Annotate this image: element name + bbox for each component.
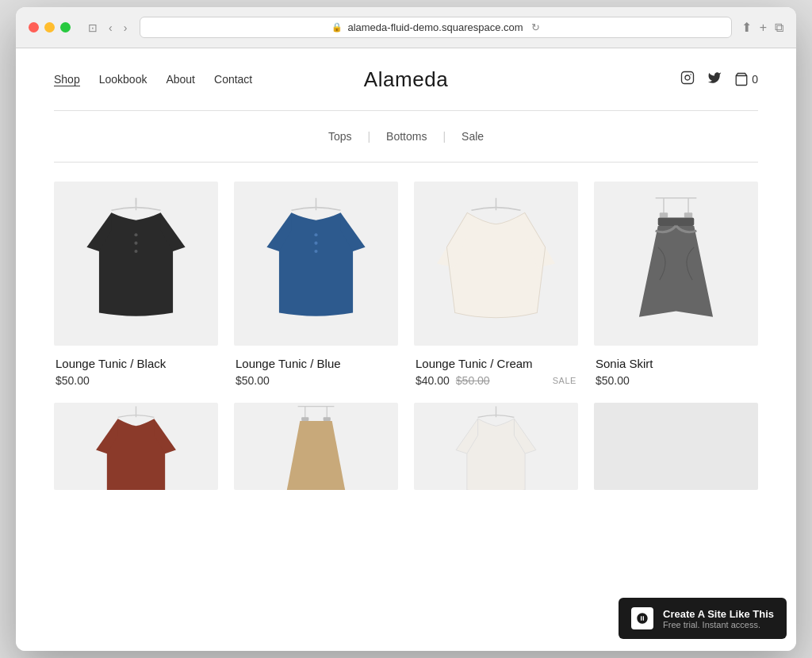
- svg-point-8: [134, 250, 137, 253]
- product-image-cream: [414, 182, 578, 346]
- product-image-tan: [234, 403, 398, 490]
- product-card-black[interactable]: Lounge Tunic / Black $50.00: [54, 182, 218, 387]
- svg-point-7: [134, 242, 137, 245]
- cart-button[interactable]: 0: [734, 72, 758, 86]
- product-price-row-black: $50.00: [56, 374, 216, 387]
- product-info-cream: Lounge Tunic / Cream $40.00 $50.00 SALE: [414, 357, 578, 387]
- product-image-blue: [234, 182, 398, 346]
- nav-shop[interactable]: Shop: [54, 73, 80, 86]
- product-price-row-blue: $50.00: [236, 374, 396, 387]
- product-image-rust: [54, 403, 218, 490]
- site-header: Shop Lookbook About Contact Alameda: [16, 48, 796, 110]
- svg-rect-17: [660, 212, 668, 217]
- product-price-black: $50.00: [56, 374, 90, 387]
- products-bottom-row: [54, 403, 758, 501]
- browser-chrome: ⊡ ‹ › 🔒 alameda-fluid-demo.squarespace.c…: [16, 7, 796, 48]
- nav-lookbook[interactable]: Lookbook: [99, 73, 147, 86]
- url-text: alameda-fluid-demo.squarespace.com: [347, 21, 523, 33]
- address-bar[interactable]: 🔒 alameda-fluid-demo.squarespace.com ↻: [140, 17, 731, 38]
- product-card-tan[interactable]: [234, 403, 398, 501]
- product-card-blue[interactable]: Lounge Tunic / Blue $50.00: [234, 182, 398, 387]
- squarespace-logo: [631, 607, 653, 629]
- maximize-button[interactable]: [60, 22, 71, 33]
- svg-rect-25: [324, 417, 331, 421]
- category-tops[interactable]: Tops: [312, 130, 368, 143]
- product-name-blue: Lounge Tunic / Blue: [236, 357, 396, 370]
- product-card-rust[interactable]: [54, 403, 218, 501]
- svg-rect-24: [301, 417, 308, 421]
- product-image-white: [414, 403, 578, 490]
- product-price-row-skirt: $50.00: [596, 374, 756, 387]
- browser-controls: ⊡ ‹ ›: [85, 20, 130, 36]
- browser-body: Shop Lookbook About Contact Alameda: [16, 48, 796, 651]
- products-section: Lounge Tunic / Black $50.00: [16, 163, 796, 501]
- back-button[interactable]: ‹: [105, 20, 116, 36]
- svg-point-10: [314, 233, 317, 236]
- product-info-blue: Lounge Tunic / Blue $50.00: [234, 357, 398, 387]
- product-info-black: Lounge Tunic / Black $50.00: [54, 357, 218, 387]
- squarespace-banner-text: Create A Site Like This Free trial. Inst…: [663, 608, 774, 629]
- product-name-black: Lounge Tunic / Black: [56, 357, 216, 370]
- reload-icon[interactable]: ↻: [531, 21, 540, 33]
- product-price-blue: $50.00: [236, 374, 270, 387]
- product-image-gray-bottom: [594, 403, 758, 490]
- squarespace-banner[interactable]: Create A Site Like This Free trial. Inst…: [619, 598, 787, 639]
- product-price-cream: $40.00: [416, 374, 450, 387]
- lock-icon: 🔒: [331, 22, 343, 33]
- svg-point-1: [685, 75, 690, 80]
- close-button[interactable]: [29, 22, 39, 33]
- category-filter: Tops | Bottoms | Sale: [16, 111, 796, 162]
- new-tab-icon[interactable]: +: [760, 21, 767, 35]
- site-title: Alameda: [364, 67, 448, 92]
- products-grid: Lounge Tunic / Black $50.00: [54, 182, 758, 387]
- product-card-gray-bottom[interactable]: [594, 403, 758, 501]
- traffic-lights: [29, 22, 71, 33]
- svg-point-12: [314, 250, 317, 253]
- product-price-row-cream: $40.00 $50.00 SALE: [416, 374, 576, 387]
- svg-point-11: [314, 242, 317, 245]
- share-icon[interactable]: ⬆: [741, 20, 752, 35]
- product-image-black: [54, 182, 218, 346]
- svg-rect-18: [684, 212, 692, 217]
- nav-right: 0: [680, 71, 758, 88]
- product-card-white[interactable]: [414, 403, 578, 501]
- category-sale[interactable]: Sale: [446, 130, 500, 143]
- squarespace-banner-main: Create A Site Like This: [663, 608, 774, 620]
- product-name-skirt: Sonia Skirt: [596, 357, 756, 370]
- tabs-icon[interactable]: ⧉: [775, 21, 783, 35]
- browser-actions: ⬆ + ⧉: [741, 20, 783, 35]
- cart-count: 0: [752, 73, 758, 86]
- sale-badge-cream: SALE: [553, 376, 576, 385]
- forward-button[interactable]: ›: [121, 20, 131, 36]
- sidebar-toggle[interactable]: ⊡: [85, 20, 101, 36]
- svg-rect-0: [682, 72, 694, 84]
- twitter-icon[interactable]: [707, 71, 722, 88]
- product-info-skirt: Sonia Skirt $50.00: [594, 357, 758, 387]
- browser-window: ⊡ ‹ › 🔒 alameda-fluid-demo.squarespace.c…: [16, 7, 796, 651]
- nav-about[interactable]: About: [166, 73, 195, 86]
- product-card-cream[interactable]: Lounge Tunic / Cream $40.00 $50.00 SALE: [414, 182, 578, 387]
- product-name-cream: Lounge Tunic / Cream: [416, 357, 576, 370]
- svg-point-6: [134, 233, 137, 236]
- nav-contact[interactable]: Contact: [214, 73, 252, 86]
- minimize-button[interactable]: [44, 22, 55, 33]
- product-image-skirt: [594, 182, 758, 346]
- svg-rect-19: [658, 218, 695, 226]
- instagram-icon[interactable]: [680, 71, 695, 88]
- svg-point-2: [691, 74, 692, 75]
- product-price-skirt: $50.00: [596, 374, 630, 387]
- nav-left: Shop Lookbook About Contact: [54, 73, 252, 86]
- product-price-original-cream: $50.00: [456, 374, 490, 387]
- category-bottoms[interactable]: Bottoms: [370, 130, 442, 143]
- squarespace-banner-sub: Free trial. Instant access.: [663, 620, 774, 629]
- product-card-skirt[interactable]: Sonia Skirt $50.00: [594, 182, 758, 387]
